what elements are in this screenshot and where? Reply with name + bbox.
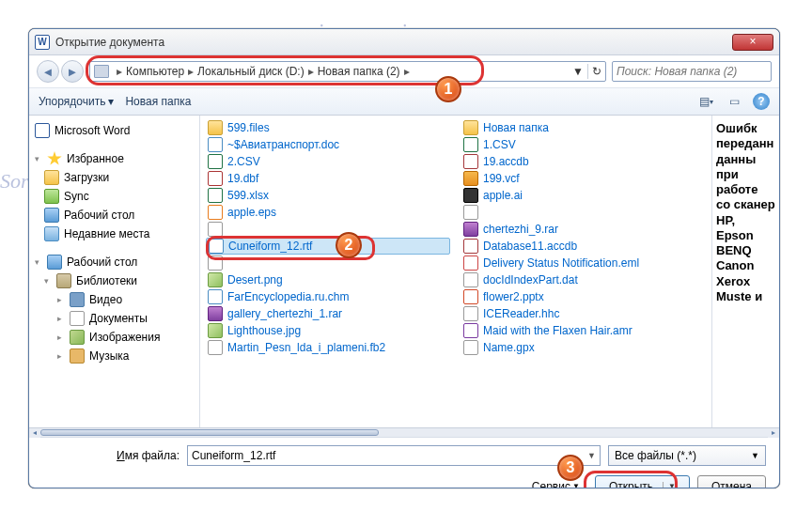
filename-input[interactable]: Cuneiform_12.rtf▼ xyxy=(187,445,601,466)
sync-icon xyxy=(44,189,59,204)
chevron-right-icon: ▸ xyxy=(57,314,65,323)
file-icon xyxy=(463,340,478,355)
close-button[interactable]: × xyxy=(732,34,773,51)
file-name: 19.accdb xyxy=(483,155,529,168)
file-icon xyxy=(208,306,223,321)
file-item[interactable]: FarEncyclopedia.ru.chm xyxy=(200,288,456,305)
organize-button[interactable]: Упорядочить▾ xyxy=(39,95,114,108)
file-name: docIdIndexPart.dat xyxy=(483,273,578,286)
bottom-panel: ИИмя файла:мя файла: Cuneiform_12.rtf▼ В… xyxy=(29,437,779,488)
file-icon xyxy=(463,171,478,186)
nav-forward-button[interactable]: ► xyxy=(61,60,84,83)
file-item[interactable]: ~$Авиатранспорт.doc xyxy=(200,136,456,153)
file-icon xyxy=(463,289,478,304)
search-input[interactable] xyxy=(617,65,767,78)
help-button[interactable]: ? xyxy=(753,93,770,110)
sidebar-desktop2[interactable]: ▾Рабочий стол xyxy=(31,253,197,271)
file-item[interactable]: 1.CSV xyxy=(456,136,711,153)
sidebar-music[interactable]: ▸Музыка xyxy=(31,347,197,365)
preview-pane-button[interactable]: ▭ xyxy=(725,93,743,110)
title-bar: W Открытие документа × xyxy=(29,29,779,55)
file-name: 2.CSV xyxy=(227,155,260,168)
file-item[interactable]: 19.accdb xyxy=(456,153,711,170)
file-name: Database11.accdb xyxy=(483,240,577,253)
file-item[interactable]: apple.ai xyxy=(456,187,711,204)
refresh-button[interactable]: ↻ xyxy=(592,65,601,78)
address-dropdown[interactable]: ▼ xyxy=(572,65,584,78)
sidebar-libraries[interactable]: ▾Библиотеки xyxy=(31,271,197,290)
file-name: Cuneiform_12.rtf xyxy=(228,240,312,253)
desktop-icon xyxy=(44,208,59,223)
file-item[interactable]: Maid with the Flaxen Hair.amr xyxy=(456,322,711,339)
file-item[interactable]: 19.dbf xyxy=(200,170,456,187)
file-item[interactable]: Desert.png xyxy=(200,271,456,288)
file-item[interactable]: 2.CSV xyxy=(200,153,456,170)
desktop-icon xyxy=(47,255,62,270)
file-icon xyxy=(463,323,478,338)
file-icon xyxy=(208,205,223,220)
address-bar[interactable]: ▸ Компьютер ▸ Локальный диск (D:) ▸ Нова… xyxy=(89,61,606,82)
file-item[interactable] xyxy=(456,204,711,221)
file-name: apple.eps xyxy=(227,206,276,219)
file-item[interactable]: Delivery Status Notification.eml xyxy=(456,255,711,271)
breadcrumb-drive[interactable]: Локальный диск (D:) xyxy=(197,65,304,78)
scroll-left-arrow[interactable]: ◂ xyxy=(29,428,40,438)
file-item[interactable]: Lighthouse.jpg xyxy=(200,322,456,339)
sidebar-recent[interactable]: Недавние места xyxy=(31,225,197,243)
file-name: gallery_chertezhi_1.rar xyxy=(227,307,342,320)
view-options-button[interactable]: ▤ ▾ xyxy=(696,93,715,110)
preview-pane: Ошибк переданн данны при работе со скане… xyxy=(711,116,779,427)
sidebar-word[interactable]: Microsoft Word xyxy=(31,121,197,140)
word-icon: W xyxy=(35,35,50,50)
scroll-thumb[interactable] xyxy=(40,429,379,436)
file-item[interactable]: 599.xlsx xyxy=(200,187,456,204)
file-item[interactable]: flower2.pptx xyxy=(456,288,711,305)
sidebar-favorites[interactable]: ▾Избранное xyxy=(31,149,197,168)
folder-icon xyxy=(44,170,59,185)
file-item[interactable]: apple.eps xyxy=(200,204,456,221)
horizontal-scrollbar[interactable]: ◂ ▸ xyxy=(29,427,779,437)
new-folder-button[interactable]: Новая папка xyxy=(125,95,191,108)
file-item[interactable] xyxy=(200,255,456,271)
nav-back-button[interactable]: ◄ xyxy=(37,60,59,83)
cancel-button[interactable]: Отмена xyxy=(697,475,766,488)
filename-label: ИИмя файла:мя файла: xyxy=(42,449,180,462)
file-item[interactable]: Name.gpx xyxy=(456,339,711,356)
file-icon xyxy=(208,154,223,169)
sidebar-documents[interactable]: ▸Документы xyxy=(31,309,197,328)
file-item[interactable]: gallery_chertezhi_1.rar xyxy=(200,305,456,322)
sidebar: Microsoft Word ▾Избранное Загрузки Sync … xyxy=(29,116,200,427)
file-list: 599.files~$Авиатранспорт.doc2.CSV19.dbf5… xyxy=(200,116,711,427)
file-icon xyxy=(208,171,223,186)
breadcrumb-folder[interactable]: Новая папка (2) xyxy=(318,65,400,78)
sidebar-images[interactable]: ▸Изображения xyxy=(31,328,197,347)
filetype-select[interactable]: Все файлы (*.*)▼ xyxy=(608,445,766,466)
file-item[interactable]: ICEReader.hhc xyxy=(456,305,711,322)
sidebar-desktop[interactable]: Рабочий стол xyxy=(31,206,197,225)
video-icon xyxy=(70,292,85,307)
file-icon xyxy=(463,306,478,321)
open-dropdown[interactable]: ▼ xyxy=(663,482,676,488)
file-item[interactable]: Cuneiform_12.rtf xyxy=(206,238,450,255)
search-box[interactable] xyxy=(612,61,772,82)
sidebar-video[interactable]: ▸Видео xyxy=(31,290,197,309)
file-item[interactable]: chertezhi_9.rar xyxy=(456,221,711,238)
file-name: FarEncyclopedia.ru.chm xyxy=(227,290,349,303)
file-name: Maid with the Flaxen Hair.amr xyxy=(483,324,632,337)
file-item[interactable]: 199.vcf xyxy=(456,170,711,187)
file-item[interactable]: Martin_Pesn_lda_i_plameni.fb2 xyxy=(200,339,456,356)
scroll-right-arrow[interactable]: ▸ xyxy=(768,428,779,438)
file-item[interactable]: docIdIndexPart.dat xyxy=(456,271,711,288)
file-name: ~$Авиатранспорт.doc xyxy=(227,138,339,151)
sidebar-sync[interactable]: Sync xyxy=(31,187,197,206)
file-item[interactable]: 599.files xyxy=(200,119,456,136)
sidebar-downloads[interactable]: Загрузки xyxy=(31,168,197,187)
file-icon xyxy=(208,323,223,338)
breadcrumb-computer[interactable]: Компьютер xyxy=(126,65,184,78)
file-item[interactable]: Новая папка xyxy=(456,119,711,136)
file-item[interactable] xyxy=(200,221,456,238)
open-button[interactable]: Открыть▼ xyxy=(595,475,690,488)
file-icon xyxy=(208,137,223,152)
annotation-badge-2: 2 xyxy=(336,232,362,258)
file-item[interactable]: Database11.accdb xyxy=(456,238,711,255)
